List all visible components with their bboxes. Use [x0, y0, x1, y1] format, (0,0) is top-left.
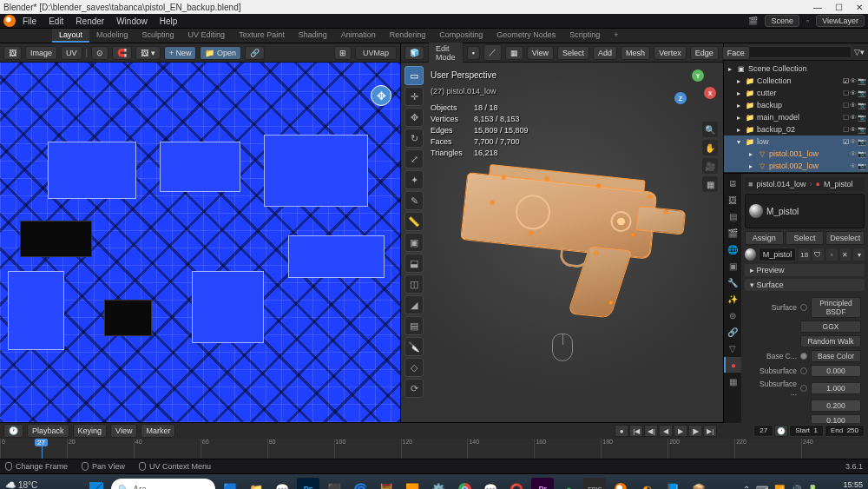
tool-annotate[interactable]: ✎: [404, 191, 424, 210]
v3d-menu-add[interactable]: Add: [593, 46, 617, 60]
task-app3-icon[interactable]: 📦: [687, 478, 710, 489]
tab-sculpting[interactable]: Sculpting: [135, 29, 181, 43]
tool-polybuild[interactable]: ◇: [404, 358, 424, 377]
tab-layout[interactable]: Layout: [52, 29, 89, 43]
tool-move[interactable]: ✥: [404, 108, 424, 127]
tab-geonodes[interactable]: Geometry Nodes: [490, 29, 562, 43]
tl-menu-keying[interactable]: Keying: [73, 424, 108, 438]
menu-edit[interactable]: Edit: [43, 15, 69, 28]
tool-bevel[interactable]: ◢: [404, 295, 424, 314]
task-opera-icon[interactable]: ⭕: [505, 478, 528, 489]
tab-compositing[interactable]: Compositing: [432, 29, 490, 43]
ptab-physics-icon[interactable]: ⊚: [724, 307, 741, 323]
task-terminal-icon[interactable]: ⬛: [323, 478, 345, 489]
jump-nextkey-icon[interactable]: |▶: [688, 425, 702, 437]
preview-range-icon[interactable]: 🕐: [774, 425, 788, 437]
jump-start-icon[interactable]: |◀: [629, 425, 643, 437]
end-frame-field[interactable]: End 250: [825, 425, 865, 437]
ptab-texture-icon[interactable]: ▦: [724, 373, 741, 389]
uv-overlay-icon[interactable]: ⊞: [334, 46, 352, 60]
play-icon[interactable]: ▶: [674, 425, 687, 437]
weather-widget[interactable]: ☁️ 18°C Kısmen güneşli: [5, 481, 53, 490]
tool-select-box[interactable]: ▭: [404, 66, 424, 85]
current-frame-field[interactable]: 27: [753, 425, 773, 437]
mode-selector[interactable]: Edit Mode: [428, 42, 464, 64]
material-slot-list[interactable]: M_pistol: [745, 194, 865, 228]
material-icon[interactable]: [745, 248, 756, 261]
taskbar-search[interactable]: 🔍 Ara: [111, 479, 215, 489]
shader-selector[interactable]: Principled BSDF: [811, 297, 861, 318]
tab-modeling[interactable]: Modeling: [89, 29, 135, 43]
uv-open-button[interactable]: 📁 Open: [200, 46, 241, 60]
jump-prevkey-icon[interactable]: ◀|: [644, 425, 658, 437]
subsurface-value[interactable]: 0.000: [811, 365, 861, 377]
tool-transform[interactable]: ✦: [404, 170, 424, 189]
persp-gizmo-icon[interactable]: ▦: [702, 176, 718, 192]
section-preview[interactable]: ▸ Preview: [745, 264, 865, 276]
window-min-button[interactable]: —: [812, 3, 823, 12]
task-epic-icon[interactable]: EPIC: [583, 478, 606, 489]
tray-lang-icon[interactable]: ⌨: [756, 485, 768, 490]
menu-help[interactable]: Help: [155, 15, 183, 28]
editor-type-timeline-icon[interactable]: 🕐: [3, 424, 23, 438]
tray-volume-icon[interactable]: 🔊: [791, 485, 801, 490]
taskbar-clock[interactable]: 15:55 17.10.2023: [824, 481, 863, 489]
editor-type-3d-icon[interactable]: 🧊: [404, 46, 424, 60]
selmode-vertex-icon[interactable]: ▪: [467, 46, 480, 60]
uv-map-selector[interactable]: UVMap: [355, 46, 397, 60]
task-steam-icon[interactable]: ⚙️: [427, 478, 450, 489]
nav-gizmo[interactable]: X Y Z: [674, 69, 716, 111]
tool-measure[interactable]: 📏: [404, 212, 424, 231]
tool-addcube[interactable]: ▣: [404, 233, 424, 252]
ptab-object-icon[interactable]: ▣: [724, 258, 741, 274]
task-msword-icon[interactable]: 📘: [661, 478, 684, 489]
task-app2-icon[interactable]: ◐: [635, 478, 658, 489]
subsurface-g[interactable]: 0.200: [811, 400, 861, 412]
v3d-menu-edge[interactable]: Edge: [690, 46, 719, 60]
tab-texturepaint[interactable]: Texture Paint: [232, 29, 292, 43]
ptab-constraint-icon[interactable]: 🔗: [724, 324, 741, 340]
material-users[interactable]: 18: [799, 248, 810, 261]
task-photoshop-icon[interactable]: Ps: [297, 478, 319, 489]
ptab-data-icon[interactable]: ▽: [724, 340, 741, 356]
tool-rotate[interactable]: ↻: [404, 129, 424, 148]
subsurf-method-selector[interactable]: Random Walk: [800, 335, 861, 347]
tool-spin[interactable]: ⟳: [404, 379, 424, 398]
task-widgets-icon[interactable]: 🟦: [219, 478, 241, 489]
ptab-output-icon[interactable]: 🖼: [724, 192, 741, 208]
uv-2dcursor-icon[interactable]: [371, 85, 391, 106]
outliner-filter-icon[interactable]: ▽▾: [854, 48, 865, 56]
tool-cursor[interactable]: ✛: [404, 87, 424, 106]
ptab-render-icon[interactable]: 🖥: [724, 175, 741, 191]
uv-link-icon[interactable]: 🔗: [245, 46, 265, 60]
window-max-button[interactable]: ☐: [833, 3, 844, 12]
outliner-search[interactable]: [739, 46, 852, 58]
uv-new-button[interactable]: + New: [164, 46, 197, 60]
ptab-particles-icon[interactable]: ✨: [724, 291, 741, 307]
mat-select-button[interactable]: Select: [786, 231, 825, 245]
tab-rendering[interactable]: Rendering: [383, 29, 433, 43]
tool-scale[interactable]: ⤢: [404, 149, 424, 169]
selmode-face-icon[interactable]: ▦: [505, 46, 523, 60]
jump-end-icon[interactable]: ▶|: [703, 425, 717, 437]
task-discord-icon[interactable]: 💬: [479, 478, 502, 489]
zoom-gizmo-icon[interactable]: 🔍: [702, 122, 718, 137]
menu-file[interactable]: File: [17, 15, 42, 28]
v3d-menu-mesh[interactable]: Mesh: [621, 46, 650, 60]
mat-deselect-button[interactable]: Deselect: [825, 231, 865, 245]
menu-window[interactable]: Window: [111, 15, 153, 28]
window-close-button[interactable]: ✕: [854, 3, 865, 12]
uv-pivot-icon[interactable]: ⊙: [91, 46, 108, 60]
task-chrome-icon[interactable]: [453, 478, 476, 489]
ptab-world-icon[interactable]: 🌐: [724, 241, 741, 257]
tab-uvediting[interactable]: UV Editing: [181, 29, 233, 43]
tab-shading[interactable]: Shading: [292, 29, 334, 43]
tray-chevron-icon[interactable]: ⌃: [743, 485, 750, 490]
ptab-material-icon[interactable]: ●: [724, 357, 741, 373]
pan-gizmo-icon[interactable]: ✋: [702, 140, 718, 155]
start-button[interactable]: [85, 478, 108, 489]
tl-menu-playback[interactable]: Playback: [27, 424, 69, 438]
v3d-menu-select[interactable]: Select: [557, 46, 589, 60]
tab-add[interactable]: +: [607, 29, 625, 43]
task-calc-icon[interactable]: 🧮: [375, 478, 398, 489]
